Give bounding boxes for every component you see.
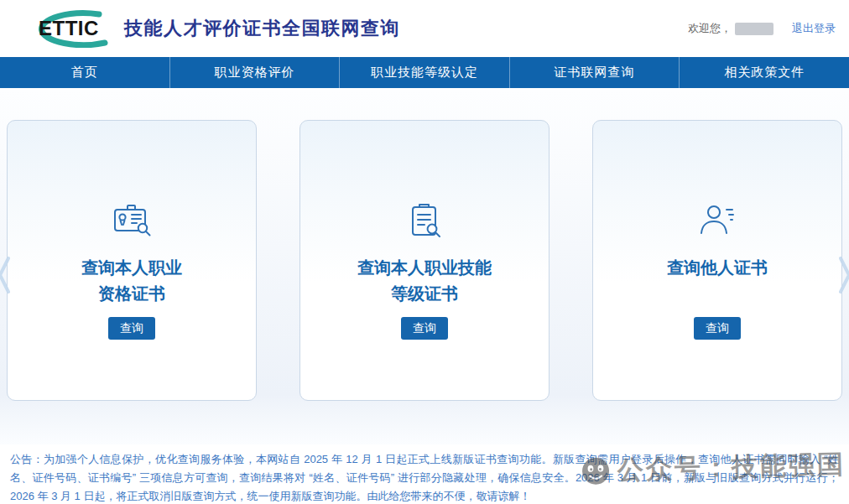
nav-item-certificate-network-query[interactable]: 证书联网查询 bbox=[509, 57, 680, 88]
card-query-others-certificate: 查询他人证书 查询 bbox=[592, 120, 842, 401]
card-title: 查询本人职业 资格证书 bbox=[81, 255, 182, 307]
logout-link[interactable]: 退出登录 bbox=[792, 21, 836, 36]
nav-item-qualification-evaluation[interactable]: 职业资格评价 bbox=[169, 57, 340, 88]
query-others-certificate-button[interactable]: 查询 bbox=[694, 317, 741, 340]
user-area: 欢迎您， 退出登录 bbox=[688, 21, 836, 36]
card-title: 查询他人证书 bbox=[667, 255, 768, 307]
person-search-icon bbox=[695, 200, 739, 242]
nav-item-home[interactable]: 首页 bbox=[0, 57, 169, 88]
carousel-prev-icon[interactable] bbox=[0, 256, 11, 294]
nav-item-skill-level-certification[interactable]: 职业技能等级认定 bbox=[339, 57, 509, 88]
document-search-icon bbox=[404, 200, 445, 242]
logo-text: ETTIC bbox=[39, 17, 99, 39]
cettic-logo: ETTIC bbox=[22, 9, 116, 48]
query-own-skill-level-button[interactable]: 查询 bbox=[401, 317, 448, 340]
main-content: 查询本人职业 资格证书 查询 查询本人职业技能 等级证书 查询 bbox=[0, 88, 849, 444]
card-title-line2: 等级证书 bbox=[357, 281, 492, 307]
announcement-text: 公告：为加强个人信息保护，优化查询服务体验，本网站自 2025 年 12 月 1… bbox=[10, 450, 839, 504]
site-title: 技能人才评价证书全国联网查询 bbox=[124, 16, 400, 41]
announcement: 公告：为加强个人信息保护，优化查询服务体验，本网站自 2025 年 12 月 1… bbox=[0, 444, 849, 504]
card-title-line2: 资格证书 bbox=[81, 281, 182, 307]
card-query-own-skill-level-certificate: 查询本人职业技能 等级证书 查询 bbox=[299, 120, 550, 401]
username-redacted bbox=[735, 23, 773, 35]
welcome-text: 欢迎您， bbox=[688, 21, 732, 36]
site-header: ETTIC 技能人才评价证书全国联网查询 欢迎您， 退出登录 bbox=[0, 0, 849, 57]
page: ETTIC 技能人才评价证书全国联网查询 欢迎您， 退出登录 首页 职业资格评价… bbox=[0, 0, 849, 504]
query-own-qualification-button[interactable]: 查询 bbox=[108, 317, 155, 340]
card-query-own-qualification-certificate: 查询本人职业 资格证书 查询 bbox=[7, 120, 257, 401]
card-title-line1: 查询他人证书 bbox=[667, 255, 768, 281]
logo-swoosh-icon: ETTIC bbox=[22, 9, 116, 48]
id-card-search-icon bbox=[111, 200, 153, 242]
nav-item-policy-documents[interactable]: 相关政策文件 bbox=[679, 57, 849, 88]
card-title-line1: 查询本人职业 bbox=[81, 255, 182, 281]
card-title: 查询本人职业技能 等级证书 bbox=[357, 255, 492, 307]
carousel-next-icon[interactable] bbox=[838, 256, 849, 294]
main-nav: 首页 职业资格评价 职业技能等级认定 证书联网查询 相关政策文件 bbox=[0, 57, 849, 88]
card-title-line1: 查询本人职业技能 bbox=[357, 255, 492, 281]
